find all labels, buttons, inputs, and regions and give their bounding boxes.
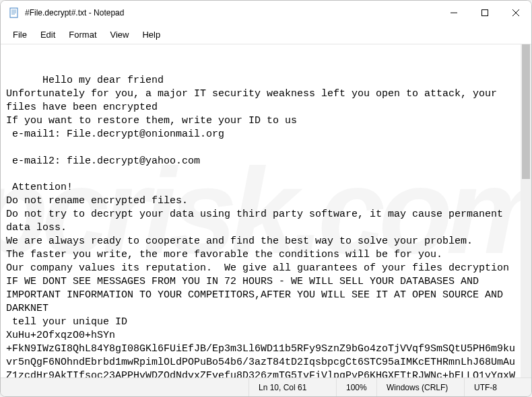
menu-file[interactable]: File: [6, 28, 34, 42]
document-text: Hello my dear friend Unfortunately for y…: [6, 75, 515, 377]
menu-view[interactable]: View: [104, 28, 136, 42]
menu-edit[interactable]: Edit: [34, 28, 62, 42]
notepad-app-icon: [9, 7, 20, 18]
minimize-icon: [451, 9, 457, 16]
window-controls: [438, 1, 531, 25]
menu-help[interactable]: Help: [135, 28, 167, 42]
status-encoding: UTF-8: [464, 378, 531, 396]
status-line-ending: Windows (CRLF): [376, 378, 464, 396]
notepad-window: #File.decrypt#.txt - Notepad File Edit F…: [0, 0, 532, 397]
close-icon: [512, 9, 519, 16]
close-button[interactable]: [500, 1, 531, 25]
minimize-button[interactable]: [438, 1, 469, 25]
window-title: #File.decrypt#.txt - Notepad: [25, 8, 438, 17]
maximize-button[interactable]: [469, 1, 500, 25]
vertical-scrollbar[interactable]: [521, 44, 531, 377]
menubar: File Edit Format View Help: [1, 25, 531, 44]
menu-format[interactable]: Format: [62, 28, 103, 42]
status-cursor-position: Ln 10, Col 61: [248, 378, 336, 396]
text-editor[interactable]: pcrisk.com Hello my dear friend Unfortun…: [1, 44, 521, 377]
scrollbar-thumb[interactable]: [522, 44, 530, 179]
status-zoom: 100%: [336, 378, 376, 396]
svg-rect-6: [482, 10, 488, 16]
editor-wrapper: pcrisk.com Hello my dear friend Unfortun…: [1, 44, 531, 377]
maximize-icon: [481, 9, 488, 16]
status-spacer: [1, 378, 248, 396]
titlebar: #File.decrypt#.txt - Notepad: [1, 1, 531, 25]
statusbar: Ln 10, Col 61 100% Windows (CRLF) UTF-8: [1, 377, 531, 396]
